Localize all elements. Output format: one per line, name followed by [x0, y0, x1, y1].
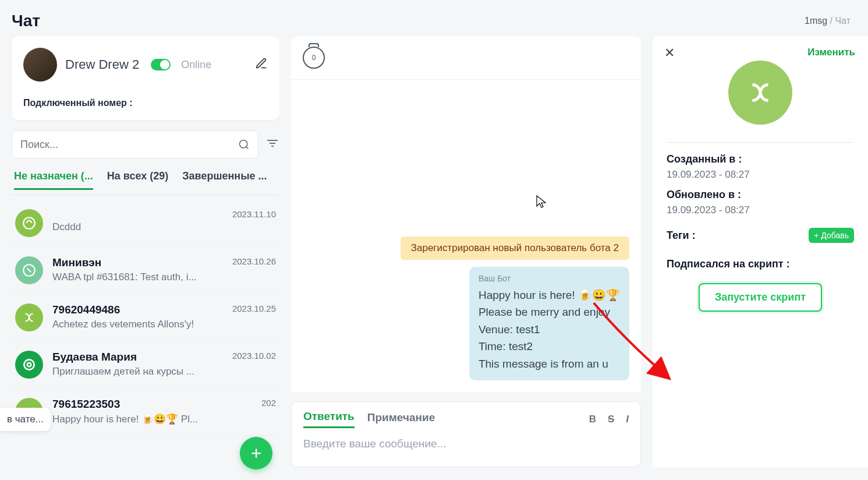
- list-item[interactable]: 79615223503202 Happy hour is here! 🍺😀🏆 P…: [12, 389, 279, 436]
- system-message: Зарегистрирован новый пользователь бота …: [401, 237, 629, 260]
- chat-preview: WABA tpl #631681: Test auth, i...: [52, 271, 276, 283]
- chat-preview: Приглашаем детей на курсы ...: [52, 366, 276, 377]
- bot-message: Ваш Бот Happy hour is here! 🍺😀🏆 Please b…: [469, 267, 629, 380]
- chat-name: 79620449486: [52, 303, 120, 316]
- chat-avatar-icon: [15, 256, 43, 284]
- add-tag-button[interactable]: + Добавь: [809, 228, 854, 243]
- list-item[interactable]: Будаева Мария2023.10.02 Приглашаем детей…: [12, 341, 279, 389]
- profile-name: Drew Drew 2: [65, 57, 139, 72]
- chat-preview: Dcddd: [52, 221, 276, 233]
- message-line: Venue: test1: [479, 321, 620, 338]
- message-line: This message is from an u: [479, 355, 620, 372]
- chat-name: Будаева Мария: [52, 351, 137, 363]
- edit-profile-icon[interactable]: [255, 57, 268, 72]
- italic-icon[interactable]: I: [626, 414, 629, 425]
- breadcrumb-root[interactable]: 1msg: [805, 16, 827, 26]
- tab-completed[interactable]: Завершенные ...: [182, 170, 267, 190]
- search-box[interactable]: [12, 130, 258, 158]
- details-panel: ✕ Изменить Созданный в : 19.09.2023 - 08…: [653, 36, 868, 467]
- conversation-header: 0: [291, 36, 641, 80]
- message-line: Please be merry and enjoy: [479, 303, 620, 320]
- chat-preview: Achetez des vetements Allons'y!: [52, 319, 276, 330]
- add-button[interactable]: +: [240, 437, 272, 470]
- updated-value: 19.09.2023 - 08:27: [667, 204, 854, 216]
- contact-avatar: [728, 61, 792, 125]
- chat-list: 2023.11.10 Dcddd Минивэн2023.10.26 WABA …: [12, 200, 279, 467]
- updated-label: Обновлено в :: [667, 189, 854, 201]
- chat-name: 79615223503: [52, 398, 120, 411]
- online-toggle[interactable]: [151, 59, 171, 70]
- svg-point-3: [24, 359, 34, 369]
- chat-avatar-icon: [15, 303, 43, 331]
- chat-date: 2023.10.02: [232, 351, 276, 363]
- close-icon[interactable]: ✕: [664, 45, 675, 61]
- svg-point-0: [240, 140, 247, 148]
- run-script-button[interactable]: Запустите скрипт: [699, 283, 822, 312]
- tab-unassigned[interactable]: Не назначен (...: [14, 170, 93, 190]
- breadcrumb: 1msg / Чат: [805, 16, 851, 26]
- list-item[interactable]: 796204494862023.10.25 Achetez des veteme…: [12, 294, 279, 341]
- chat-avatar-icon: [15, 209, 43, 237]
- message-line: Happy hour is here! 🍺😀🏆: [479, 287, 620, 303]
- chip-fragment: в чате...: [0, 408, 51, 431]
- created-value: 19.09.2023 - 08:27: [667, 169, 854, 181]
- chat-date: 2023.11.10: [232, 209, 276, 219]
- chat-tabs: Не назначен (... На всех (29) Завершенны…: [12, 170, 279, 195]
- list-item[interactable]: 2023.11.10 Dcddd: [12, 200, 279, 247]
- list-item[interactable]: Минивэн2023.10.26 WABA tpl #631681: Test…: [12, 247, 279, 294]
- page-title: Чат: [12, 12, 40, 30]
- tags-label: Теги :: [667, 230, 696, 242]
- filter-icon[interactable]: [265, 136, 279, 153]
- online-status: Online: [181, 59, 211, 71]
- chat-date: 2023.10.26: [232, 256, 276, 269]
- message-line: Time: test2: [479, 338, 620, 355]
- chat-date: 2023.10.25: [232, 303, 276, 316]
- strikethrough-icon[interactable]: S: [608, 414, 614, 425]
- connected-number-label: Подключенный номер :: [23, 98, 268, 108]
- search-icon[interactable]: [238, 139, 250, 150]
- avatar[interactable]: [23, 48, 57, 82]
- svg-point-4: [27, 363, 31, 367]
- message-input[interactable]: Введите ваше сообщение...: [303, 437, 629, 450]
- edit-link[interactable]: Изменить: [807, 47, 855, 58]
- script-label: Подписался на скрипт :: [667, 258, 854, 270]
- search-input[interactable]: [20, 139, 238, 151]
- chat-preview: Happy hour is here! 🍺😀🏆 Pl...: [52, 413, 276, 425]
- chat-name: Минивэн: [52, 256, 101, 269]
- messages-area: Зарегистрирован новый пользователь бота …: [291, 80, 641, 392]
- bot-label: Ваш Бот: [479, 273, 620, 285]
- breadcrumb-current: Чат: [835, 16, 851, 26]
- timer-icon[interactable]: 0: [303, 47, 325, 69]
- chat-date: 202: [261, 398, 276, 411]
- bold-icon[interactable]: B: [589, 414, 596, 425]
- chat-avatar-icon: [15, 351, 43, 379]
- composer: Ответить Примечание B S I Введите ваше с…: [291, 401, 641, 467]
- svg-point-1: [23, 217, 35, 229]
- composer-tab-note[interactable]: Примечание: [367, 411, 435, 428]
- profile-card: Drew Drew 2 Online Подключенный номер :: [12, 36, 279, 120]
- tab-all[interactable]: На всех (29): [107, 170, 168, 190]
- composer-tab-reply[interactable]: Ответить: [303, 410, 355, 428]
- created-label: Созданный в :: [667, 153, 854, 165]
